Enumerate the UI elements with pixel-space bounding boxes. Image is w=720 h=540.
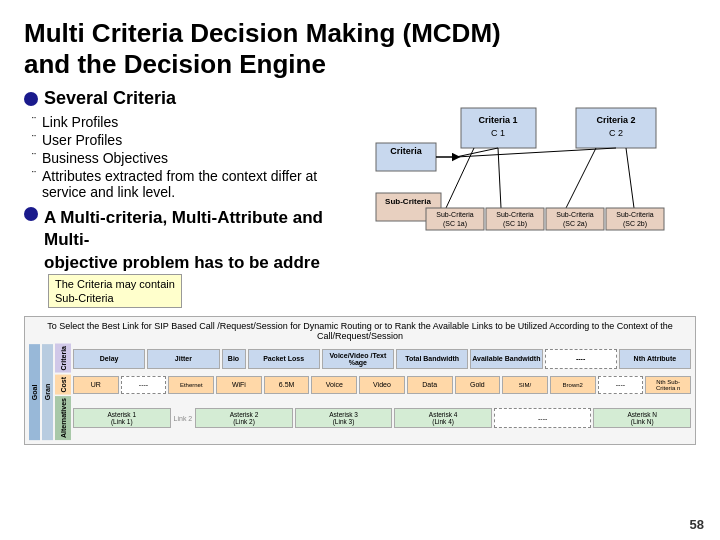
criteria-cell-bio: Bio — [222, 349, 246, 369]
bullet-item-2: User Profiles — [32, 131, 354, 149]
svg-text:Sub-Criteria: Sub-Criteria — [385, 197, 431, 206]
svg-text:Criteria 1: Criteria 1 — [478, 115, 517, 125]
svg-line-16 — [626, 148, 634, 208]
cost-cell-sim: SIM/ — [502, 376, 548, 394]
svg-text:Sub-Criteria: Sub-Criteria — [496, 211, 533, 218]
alt-dashed: ---- — [494, 408, 592, 428]
section2-text1: A Multi-criteria, Multi-Attribute and Mu… — [44, 208, 323, 249]
alternatives-row-label: Alternatives — [55, 396, 71, 440]
section2-text: A Multi-criteria, Multi-Attribute and Mu… — [44, 207, 354, 308]
svg-text:Sub-Criteria: Sub-Criteria — [556, 211, 593, 218]
svg-text:C 1: C 1 — [491, 128, 505, 138]
cost-cell-nth-sub: Nth Sub-Criteria n — [645, 376, 691, 394]
left-content: Several Criteria Link Profiles User Prof… — [24, 88, 354, 308]
slide-container: Multi Criteria Decision Making (MCDM) an… — [0, 0, 720, 540]
svg-text:Sub-Criteria: Sub-Criteria — [436, 211, 473, 218]
main-title: Multi Criteria Decision Making (MCDM) an… — [24, 18, 696, 80]
tooltip-line1: The Criteria may contain — [55, 278, 175, 290]
svg-text:(SC 2b): (SC 2b) — [623, 220, 647, 228]
alt-asterisk2: Asterisk 2(Link 2) — [195, 408, 293, 428]
alt-asteriskN: Asterisk N(Link N) — [593, 408, 691, 428]
bullet-item-3: Business Objectives — [32, 149, 354, 167]
svg-text:Sub-Criteria: Sub-Criteria — [616, 211, 653, 218]
cost-cell-dash2: ---- — [598, 376, 644, 394]
title-section: Multi Criteria Decision Making (MCDM) an… — [24, 18, 696, 80]
cost-cell-ur: UR — [73, 376, 119, 394]
cost-cell-gold: Gold — [455, 376, 501, 394]
svg-text:Criteria: Criteria — [390, 146, 423, 156]
criteria-cell-availbw: Available Bandwidth — [470, 349, 542, 369]
bottom-diagram: To Select the Best Link for SIP Based Ca… — [24, 316, 696, 445]
bullet-text-3: Business Objectives — [42, 150, 168, 166]
cost-cell-dash: ---- — [121, 376, 167, 394]
top-section: Several Criteria Link Profiles User Prof… — [24, 88, 696, 308]
svg-text:Criteria 2: Criteria 2 — [596, 115, 635, 125]
cost-cell-eth: Ethernet — [168, 376, 214, 394]
bullet-item-1: Link Profiles — [32, 113, 354, 131]
bullet-list: Link Profiles User Profiles Business Obj… — [32, 113, 354, 201]
cost-cell-65m: 6.5M — [264, 376, 310, 394]
criteria-row-label: Criteria — [55, 344, 71, 373]
svg-text:(SC 1a): (SC 1a) — [443, 220, 467, 228]
bullet-icon-2 — [24, 207, 38, 221]
section1-heading: Several Criteria — [24, 88, 354, 109]
page-number: 58 — [690, 517, 704, 532]
section2-heading: A Multi-criteria, Multi-Attribute and Mu… — [24, 207, 354, 308]
bullet-text-2: User Profiles — [42, 132, 122, 148]
criteria-cell-nth: Nth Attribute — [619, 349, 691, 369]
bullet-text-4: Attributes extracted from the context di… — [42, 168, 354, 200]
bullet-item-4: Attributes extracted from the context di… — [32, 167, 354, 201]
alt-link-sep1: Link 2 — [173, 408, 194, 428]
section2-text2: objective problem has to be addre — [44, 253, 320, 272]
criteria-cell-delay: Delay — [73, 349, 145, 369]
tooltip-line2: Sub-Criteria — [55, 292, 114, 304]
goal-label: Goal — [29, 344, 40, 440]
right-diagram: Criteria Criteria 1 C 1 Criteria 2 C 2 S… — [366, 88, 696, 308]
svg-text:(SC 2a): (SC 2a) — [563, 220, 587, 228]
title-line1: Multi Criteria Decision Making (MCDM) — [24, 18, 501, 48]
criteria-cell-voicevideo: Voice/Video /Text %age — [322, 349, 394, 369]
tooltip-box: The Criteria may contain Sub-Criteria — [48, 274, 182, 309]
bullet-icon-1 — [24, 92, 38, 106]
svg-line-14 — [498, 148, 501, 208]
title-line2: and the Decision Engine — [24, 49, 326, 79]
section1-heading-text: Several Criteria — [44, 88, 176, 109]
cost-cell-wifi: WiFi — [216, 376, 262, 394]
criteria-cell-jitter: Jitter — [147, 349, 219, 369]
alt-asterisk3: Asterisk 3(Link 3) — [295, 408, 393, 428]
alt-asterisk4: Asterisk 4(Link 4) — [394, 408, 492, 428]
bullet-text-1: Link Profiles — [42, 114, 118, 130]
svg-text:(SC 1b): (SC 1b) — [503, 220, 527, 228]
cost-cell-brown: Brown2 — [550, 376, 596, 394]
criteria-diagram-svg: Criteria Criteria 1 C 1 Criteria 2 C 2 S… — [366, 88, 676, 253]
alt-asterisk1: Asterisk 1(Link 1) — [73, 408, 171, 428]
svg-line-15 — [566, 148, 596, 208]
gran-label: Gran — [42, 344, 53, 440]
criteria-cell-dashed: ---- — [545, 349, 617, 369]
criteria-cell-totalbw: Total Bandwidth — [396, 349, 468, 369]
cost-row-label: Cost — [55, 375, 71, 395]
cost-cell-video: Video — [359, 376, 405, 394]
bottom-diagram-title: To Select the Best Link for SIP Based Ca… — [29, 321, 691, 341]
criteria-cell-pktloss: Packet Loss — [248, 349, 320, 369]
cost-cell-data: Data — [407, 376, 453, 394]
svg-text:C 2: C 2 — [609, 128, 623, 138]
cost-cell-voice: Voice — [311, 376, 357, 394]
